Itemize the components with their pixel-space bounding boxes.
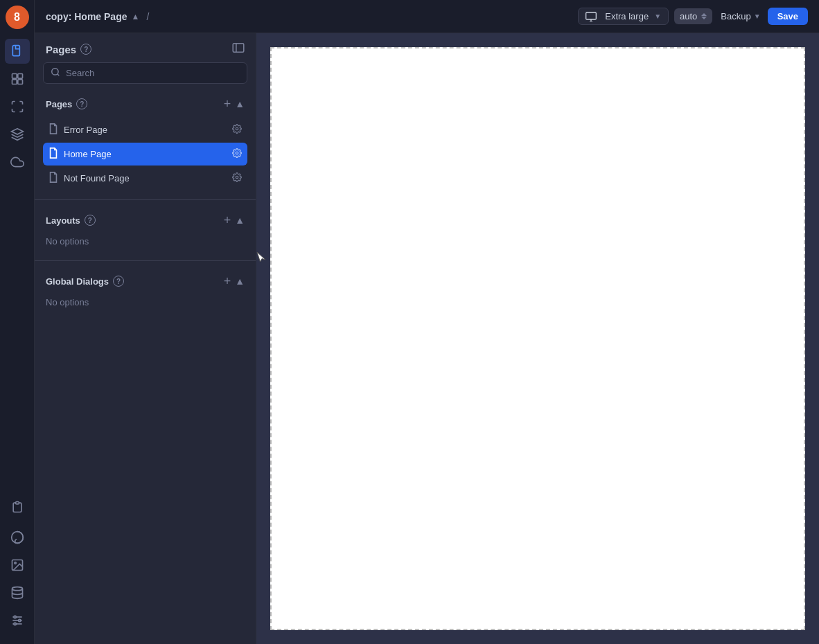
project-name: copy: Home Page <box>46 11 127 22</box>
svg-rect-1 <box>12 74 17 79</box>
canvas-frame <box>270 47 805 630</box>
svg-rect-4 <box>17 80 22 84</box>
svg-point-13 <box>14 616 16 618</box>
divider-2 <box>35 260 256 261</box>
layouts-section-title: Layouts <box>46 215 80 226</box>
pages-section-help-icon[interactable]: ? <box>76 98 87 109</box>
global-dialogs-add-icon[interactable]: + <box>224 275 231 287</box>
layouts-no-options: No options <box>43 235 247 252</box>
page-notfound-settings-icon[interactable] <box>232 172 242 184</box>
pages-section: Pages ? + ▲ Error Page <box>35 92 256 191</box>
svg-rect-2 <box>17 74 22 79</box>
layouts-add-icon[interactable]: + <box>224 214 231 226</box>
image-icon[interactable] <box>5 553 30 578</box>
pages-section-header: Pages ? + ▲ <box>43 92 247 116</box>
pages-help-icon[interactable]: ? <box>80 44 91 55</box>
page-file-icon <box>49 123 58 136</box>
search-input[interactable] <box>66 68 240 78</box>
page-item-notfound[interactable]: Not Found Page <box>43 167 247 190</box>
auto-spinners <box>701 13 707 19</box>
global-dialogs-help-icon[interactable]: ? <box>113 276 124 287</box>
svg-point-14 <box>18 619 20 621</box>
app-logo[interactable]: 8 <box>6 6 29 29</box>
global-dialogs-actions: + ▲ <box>224 275 245 287</box>
pages-add-icon[interactable]: + <box>224 98 231 110</box>
global-dialogs-collapse-icon[interactable]: ▲ <box>235 276 245 287</box>
svg-rect-3 <box>12 80 17 84</box>
svg-point-15 <box>14 623 16 625</box>
svg-rect-19 <box>233 44 244 52</box>
page-item-home[interactable]: Home Page <box>43 143 247 166</box>
page-file-icon-notfound <box>49 172 58 185</box>
svg-point-23 <box>236 127 238 130</box>
backup-label: Backup <box>721 11 750 21</box>
palette-icon[interactable] <box>5 525 30 550</box>
svg-point-8 <box>14 562 15 564</box>
page-home-label: Home Page <box>64 149 227 159</box>
search-icon <box>51 67 60 79</box>
panel-title-group: Pages ? <box>46 44 91 55</box>
pages-section-title: Pages <box>46 99 72 109</box>
variables-icon[interactable] <box>5 94 30 119</box>
save-button[interactable]: Save <box>768 8 808 25</box>
viewport-selector[interactable]: Extra large ▼ <box>578 8 669 25</box>
cloud-icon[interactable] <box>5 150 30 175</box>
divider-1 <box>35 199 256 200</box>
svg-rect-16 <box>586 12 597 19</box>
viewport-label: Extra large <box>605 11 649 21</box>
panel-controls <box>232 43 245 55</box>
backup-button[interactable]: Backup ▼ <box>721 11 760 21</box>
global-dialogs-title-group: Global Dialogs ? <box>46 276 124 287</box>
svg-line-22 <box>58 74 60 76</box>
page-home-settings-icon[interactable] <box>232 148 242 160</box>
left-panel: Pages ? Pages <box>35 33 256 644</box>
header-title: copy: Home Page ▲ / <box>46 11 149 22</box>
svg-rect-5 <box>15 502 19 504</box>
sidebar-toggle-icon[interactable] <box>232 43 245 55</box>
database-icon[interactable] <box>5 580 30 605</box>
layouts-section: Layouts ? + ▲ No options <box>35 208 256 252</box>
monitor-icon <box>585 12 597 21</box>
panel-title: Pages <box>46 44 76 55</box>
search-bar <box>35 62 256 92</box>
page-file-icon-home <box>49 147 58 161</box>
layers-icon[interactable] <box>5 122 30 147</box>
svg-point-24 <box>236 152 238 154</box>
global-dialogs-no-options: No options <box>43 296 247 313</box>
svg-point-25 <box>236 176 238 179</box>
pages-section-title-group: Pages ? <box>46 98 87 109</box>
layouts-section-header: Layouts ? + ▲ <box>43 208 247 232</box>
page-notfound-label: Not Found Page <box>64 173 227 184</box>
layouts-section-title-group: Layouts ? <box>46 215 96 226</box>
auto-selector[interactable]: auto <box>674 8 712 24</box>
pages-icon[interactable] <box>5 39 30 64</box>
header: copy: Home Page ▲ / Extra large ▼ auto B… <box>35 0 819 33</box>
global-dialogs-title: Global Dialogs <box>46 276 109 287</box>
functions-icon[interactable] <box>5 494 30 519</box>
global-dialogs-section: Global Dialogs ? + ▲ No options <box>35 269 256 313</box>
settings-icon[interactable] <box>5 608 30 633</box>
viewport-chevron-icon: ▼ <box>654 12 661 20</box>
layouts-section-actions: + ▲ <box>224 214 245 226</box>
canvas-area[interactable] <box>256 33 819 644</box>
backup-chevron-icon: ▼ <box>754 12 761 20</box>
icon-rail: 8 <box>0 0 35 644</box>
pages-collapse-icon[interactable]: ▲ <box>235 98 245 109</box>
layouts-help-icon[interactable]: ? <box>85 215 96 226</box>
components-icon[interactable] <box>5 66 30 91</box>
breadcrumb-slash: / <box>146 11 149 22</box>
title-chevron-icon[interactable]: ▲ <box>131 12 139 21</box>
global-dialogs-section-header: Global Dialogs ? + ▲ <box>43 269 247 293</box>
pages-section-actions: + ▲ <box>224 98 245 110</box>
cursor-indicator <box>256 251 267 267</box>
page-error-label: Error Page <box>64 125 227 135</box>
svg-point-21 <box>52 69 58 75</box>
auto-label: auto <box>680 11 697 21</box>
layouts-collapse-icon[interactable]: ▲ <box>235 215 245 226</box>
svg-point-9 <box>12 587 22 591</box>
page-error-settings-icon[interactable] <box>232 124 242 136</box>
panel-header: Pages ? <box>35 33 256 62</box>
search-wrapper <box>43 62 247 84</box>
page-item-error[interactable]: Error Page <box>43 118 247 141</box>
